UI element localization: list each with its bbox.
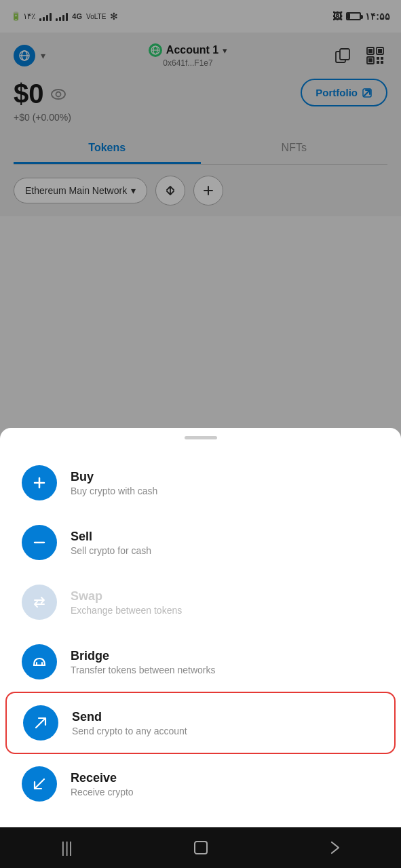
receive-title: Receive [71,771,134,785]
send-text: Send Send crypto to any account [72,710,187,736]
receive-subtitle: Receive crypto [71,787,134,797]
bridge-text: Bridge Transfer tokens between networks [71,649,215,675]
bridge-icon [22,644,57,679]
sell-title: Sell [71,530,151,544]
sheet-handle [185,436,217,439]
buy-text: Buy Buy crypto with cash [71,470,157,496]
menu-item-receive[interactable]: Receive Receive crypto [5,754,396,814]
buy-subtitle: Buy crypto with cash [71,486,157,496]
bridge-subtitle: Transfer tokens between networks [71,665,215,675]
bridge-title: Bridge [71,649,215,663]
receive-icon [22,766,57,802]
sell-subtitle: Sell crypto for cash [71,545,151,556]
swap-icon [22,585,57,620]
bottom-sheet: Buy Buy crypto with cash Sell Sell crypt… [0,428,401,827]
buy-icon [22,465,57,500]
sell-icon [22,525,57,560]
menu-item-bridge[interactable]: Bridge Transfer tokens between networks [5,632,396,692]
menu-item-sell[interactable]: Sell Sell crypto for cash [5,513,396,572]
swap-title: Swap [71,589,182,604]
swap-text: Swap Exchange between tokens [71,589,182,616]
send-subtitle: Send crypto to any account [72,726,187,736]
menu-item-swap: Swap Exchange between tokens [5,572,396,632]
send-icon [23,705,58,741]
swap-subtitle: Exchange between tokens [71,605,182,616]
menu-item-send[interactable]: Send Send crypto to any account [5,692,396,754]
buy-title: Buy [71,470,157,484]
menu-item-buy[interactable]: Buy Buy crypto with cash [5,453,396,513]
sell-text: Sell Sell crypto for cash [71,530,151,556]
send-title: Send [72,710,187,724]
receive-text: Receive Receive crypto [71,771,134,797]
